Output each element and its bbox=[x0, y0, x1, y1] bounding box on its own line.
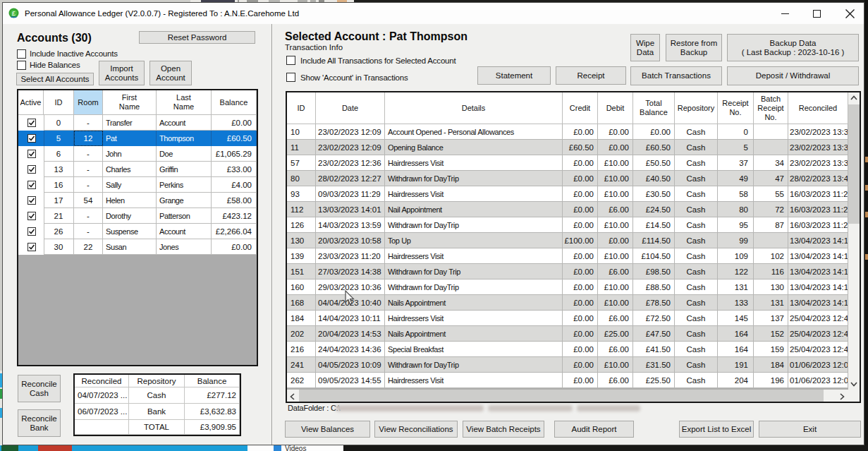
svg-text:£: £ bbox=[12, 9, 16, 17]
